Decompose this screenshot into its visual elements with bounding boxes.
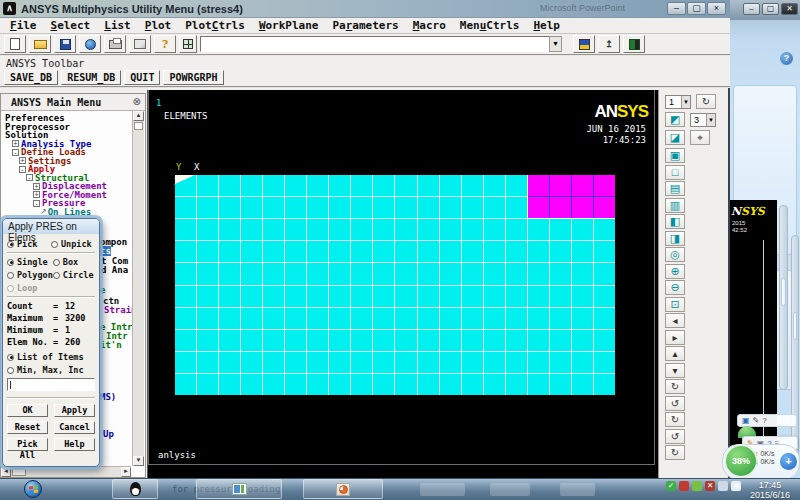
rotate-plus-y-button[interactable]: ↻ (665, 412, 685, 427)
oblique-view-button[interactable]: ◪ (665, 130, 685, 145)
new-file-button[interactable] (4, 35, 26, 53)
expand-icon[interactable]: + (12, 140, 19, 147)
selected-elements[interactable] (528, 175, 615, 218)
security-center-icon[interactable] (679, 481, 689, 491)
box-zoom-button[interactable]: ⊡ (665, 297, 685, 312)
taskbar-viewer-button[interactable] (196, 479, 282, 499)
view-select[interactable]: 3▼ (690, 113, 716, 127)
right-view-button[interactable]: ◨ (665, 231, 685, 246)
antivirus-shield-icon[interactable]: ✓ (666, 481, 676, 491)
reset-button[interactable]: Reset (7, 421, 48, 434)
collapse-icon[interactable]: - (26, 174, 33, 181)
collapse-icon[interactable]: - (33, 200, 40, 207)
report-capture-button[interactable] (129, 35, 151, 53)
pin-icon[interactable]: ⊗ (133, 96, 141, 107)
rotate-minus-y-button[interactable]: ↺ (665, 429, 685, 444)
dynamic-rotate-button[interactable]: ↻ (696, 94, 716, 109)
menu-macro[interactable]: Macro (411, 19, 448, 33)
pan-down-button[interactable]: ▾ (665, 363, 685, 378)
contact-manager-button[interactable] (623, 35, 645, 53)
menu-file[interactable]: File (8, 19, 39, 33)
close-button[interactable]: × (707, 2, 726, 15)
main-menu-horizontal-scrollbar[interactable]: ◄ ► (1, 466, 131, 477)
zoom-in-button[interactable]: ⊕ (665, 264, 685, 279)
speed-percent-ball[interactable]: 38% (724, 444, 758, 478)
pick-unpick-radio[interactable]: Unpick (51, 239, 95, 249)
pan-right-button[interactable]: ▸ (665, 330, 685, 345)
scroll-thumb[interactable] (134, 122, 143, 130)
main-menu-vertical-scrollbar[interactable]: ▲ ▼ (132, 111, 144, 466)
resum-db-button[interactable]: RESUM_DB (61, 70, 121, 85)
h-scroll-thumb[interactable] (12, 468, 26, 476)
start-button[interactable] (24, 480, 42, 498)
zoom-model-button[interactable]: ◎ (665, 247, 685, 262)
save-db-button[interactable] (54, 35, 76, 53)
pick-pick-radio[interactable]: Pick (7, 239, 51, 249)
bg-minimize-button[interactable]: – (743, 3, 760, 15)
shape-circle-radio[interactable]: Circle (53, 270, 95, 280)
dialog-title[interactable]: Apply PRES on Elems (3, 219, 99, 234)
menu-help[interactable]: Help (531, 19, 562, 33)
boost-button[interactable]: + (780, 453, 797, 470)
expand-icon[interactable]: + (33, 191, 40, 198)
collapse-icon[interactable]: - (19, 166, 26, 173)
element-list-input[interactable] (7, 378, 95, 391)
open-file-button[interactable] (29, 35, 51, 53)
minimize-button[interactable]: – (667, 2, 686, 15)
bottom-view-button[interactable]: ▥ (665, 198, 685, 213)
bg-close-button[interactable]: ✕ (781, 3, 798, 15)
pick-all-button[interactable]: Pick All (7, 438, 48, 451)
menu-menuctrls[interactable]: MenuCtrls (458, 19, 522, 33)
ok-button[interactable]: OK (7, 404, 48, 417)
back-view-button[interactable]: □ (665, 165, 685, 180)
cancel-button[interactable]: Cancel (54, 421, 95, 434)
pan-zoom-rotate-button[interactable] (79, 35, 101, 53)
scroll-left-button[interactable]: ◄ (1, 467, 11, 477)
quit-button[interactable]: QUIT (124, 70, 160, 85)
mouse-pick-button[interactable]: ⌖ (690, 130, 710, 145)
command-history-dropdown[interactable]: ▼ (549, 36, 562, 52)
rotate-plus-z-button[interactable]: ↻ (665, 445, 685, 460)
taskbar-clock[interactable]: 17:45 2015/6/16 (744, 480, 796, 500)
help-icon[interactable]: ? (780, 52, 793, 65)
menu-workplane[interactable]: WorkPlane (257, 19, 321, 33)
expand-icon[interactable]: + (19, 157, 26, 164)
scroll-right-button[interactable]: ► (121, 467, 131, 477)
print-button[interactable] (104, 35, 126, 53)
mode-list-of-items-radio[interactable]: List of Items (7, 352, 95, 362)
apply-button[interactable]: Apply (54, 404, 95, 417)
pan-left-button[interactable]: ◂ (665, 313, 685, 328)
menu-item-on-lines[interactable]: ↗On Lines (5, 208, 107, 217)
shape-single-radio[interactable]: Single (7, 257, 53, 267)
expand-icon[interactable]: + (33, 183, 40, 190)
menu-plotctrls[interactable]: PlotCtrls (183, 19, 247, 33)
command-input[interactable] (200, 36, 560, 52)
network-error-icon[interactable]: ✕ (705, 481, 715, 491)
pan-up-button[interactable]: ▴ (665, 346, 685, 361)
isometric-view-button[interactable]: ◩ (665, 112, 685, 127)
scroll-down-button[interactable]: ▼ (133, 456, 144, 466)
save-db-button[interactable]: SAVE_DB (4, 70, 58, 85)
network-icon[interactable] (718, 481, 728, 491)
menu-select[interactable]: Select (49, 19, 93, 33)
menu-parameters[interactable]: Parameters (330, 19, 400, 33)
left-view-button[interactable]: ◧ (665, 214, 685, 229)
rotate-minus-x-button[interactable]: ↺ (665, 396, 685, 411)
scroll-up-button[interactable]: ▲ (133, 111, 144, 121)
plot-window-select[interactable]: 1▼ (665, 95, 691, 109)
maximize-button[interactable]: ▢ (687, 2, 706, 15)
volume-icon[interactable]: ◄ (731, 481, 741, 491)
bg-scrollbar-2[interactable] (791, 235, 799, 470)
menu-list[interactable]: List (102, 19, 133, 33)
raise-hidden-button[interactable] (573, 35, 595, 53)
bg-scrollbar[interactable] (779, 205, 788, 390)
help-button[interactable]: ? (154, 35, 176, 53)
menu-item-settings[interactable]: +Settings (5, 157, 107, 166)
taskbar-powerpoint-button[interactable] (303, 479, 383, 499)
shape-box-radio[interactable]: Box (53, 257, 95, 267)
shape-polygon-radio[interactable]: Polygon (7, 270, 53, 280)
bg-maximize-button[interactable]: ▢ (762, 3, 779, 15)
speedup-ball-icon[interactable] (692, 481, 702, 491)
zoom-out-button[interactable]: ⊖ (665, 280, 685, 295)
reset-picking-button[interactable]: ↥ (598, 35, 620, 53)
